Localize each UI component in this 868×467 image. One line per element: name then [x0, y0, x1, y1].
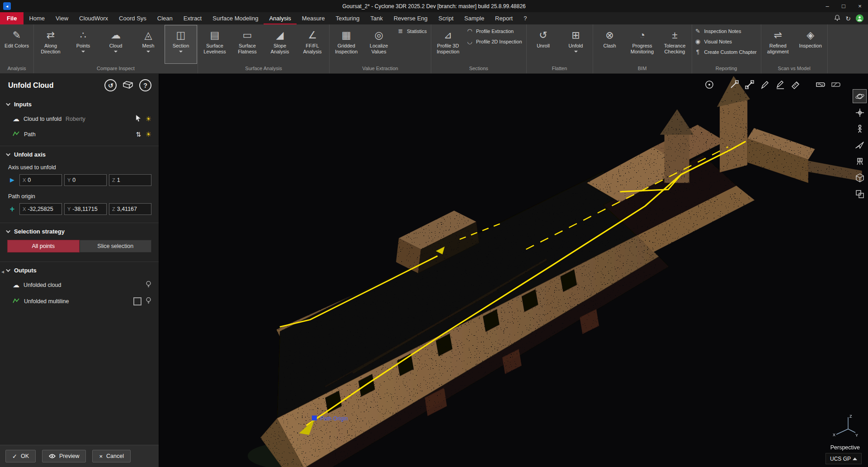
- localize-values-button[interactable]: ◎ Localize Values: [363, 25, 395, 64]
- help-button[interactable]: ?: [139, 79, 151, 91]
- bulb-icon[interactable]: [146, 281, 151, 290]
- multi-view-tool[interactable]: [853, 187, 867, 201]
- cloud-button[interactable]: ☁ Cloud: [99, 25, 132, 64]
- axis-direction-icon[interactable]: ►: [7, 176, 17, 184]
- draw-polyline-icon[interactable]: [774, 78, 786, 91]
- menu-home[interactable]: Home: [24, 12, 50, 24]
- show-colormap-icon[interactable]: [814, 78, 826, 91]
- inputs-header[interactable]: Inputs: [7, 97, 151, 111]
- first-person-tool[interactable]: [853, 122, 867, 136]
- outputs-header[interactable]: Outputs: [7, 263, 151, 277]
- export-settings-button[interactable]: [122, 80, 134, 91]
- menu-analysis[interactable]: Analysis: [264, 12, 296, 24]
- menu-sample[interactable]: Sample: [459, 12, 490, 24]
- tripod-view-tool[interactable]: [853, 154, 867, 168]
- menu-tank[interactable]: Tank: [365, 12, 388, 24]
- orbit-view-tool[interactable]: [853, 89, 867, 103]
- visibility-sun-icon[interactable]: ☀: [146, 115, 151, 123]
- surface-flatness-button[interactable]: ▭ Surface Flatness: [231, 25, 264, 64]
- fffl-analysis-button[interactable]: ∠ FF/FL Analysis: [296, 25, 329, 64]
- mesh-button[interactable]: ◬ Mesh: [132, 25, 165, 64]
- bulb-icon[interactable]: [146, 297, 151, 306]
- close-button[interactable]: ×: [852, 0, 868, 12]
- menu-measure[interactable]: Measure: [297, 12, 330, 24]
- origin-z-field[interactable]: Z: [109, 203, 151, 215]
- preview-button[interactable]: Preview: [42, 450, 86, 462]
- annotate-icon[interactable]: [759, 78, 771, 91]
- minimize-button[interactable]: –: [819, 0, 835, 12]
- maximize-button[interactable]: □: [835, 0, 852, 12]
- view-cube-tool[interactable]: [853, 171, 867, 185]
- pivot-point-icon[interactable]: [703, 78, 715, 91]
- points-button[interactable]: ∴ Points: [67, 25, 99, 64]
- unfold-button[interactable]: ⊞ Unfold: [560, 25, 592, 64]
- menu-reverse-eng[interactable]: Reverse Eng: [388, 12, 433, 24]
- visibility-sun-icon[interactable]: ☀: [146, 130, 151, 138]
- fly-through-tool[interactable]: [853, 138, 867, 152]
- edit-colors-button[interactable]: ✎ Edit Colors: [0, 25, 33, 64]
- profile-extraction-button[interactable]: ◠ Profile Extraction: [466, 28, 522, 34]
- menu-script[interactable]: Script: [433, 12, 459, 24]
- profile-3d-inspection-button[interactable]: ⊿ Profile 3D Inspection: [432, 25, 464, 64]
- refined-alignment-button[interactable]: ⇌ Refined alignment: [762, 25, 794, 64]
- axis-z-field[interactable]: Z: [109, 174, 151, 186]
- ucs-selector-button[interactable]: UCS GP: [826, 453, 862, 464]
- reverse-path-icon[interactable]: ⇅: [136, 131, 142, 138]
- axis-x-input[interactable]: [28, 177, 61, 183]
- sync-icon[interactable]: ↻: [845, 15, 851, 22]
- all-points-button[interactable]: All points: [7, 240, 80, 253]
- surface-levelness-button[interactable]: ▤ Surface Levelness: [198, 25, 231, 64]
- visual-notes-button[interactable]: ◉ Visual Notes: [694, 38, 757, 45]
- gridded-inspection-button[interactable]: ▦ Gridded Inspection: [330, 25, 363, 64]
- unfolded-multiline-checkbox[interactable]: [133, 297, 142, 305]
- ok-button[interactable]: ✓ OK: [5, 450, 36, 462]
- selection-strategy-header[interactable]: Selection strategy: [7, 224, 151, 238]
- along-direction-button[interactable]: ⇄ Along Direction: [34, 25, 67, 64]
- menu-coord-sys[interactable]: Coord Sys: [113, 12, 152, 24]
- menu-extract[interactable]: Extract: [178, 12, 207, 24]
- profile-2d-inspection-button[interactable]: ◡ Profile 2D Inspection: [466, 38, 522, 45]
- statistics-button[interactable]: ≣ Statistics: [397, 28, 427, 34]
- center-selection-tool[interactable]: [853, 105, 867, 119]
- inspect-point-icon[interactable]: [728, 78, 740, 91]
- measure-icon[interactable]: [789, 78, 802, 91]
- origin-y-field[interactable]: Y: [64, 203, 107, 215]
- notifications-bell-icon[interactable]: [834, 14, 840, 23]
- tolerance-checking-button[interactable]: ± Tolerance Checking: [659, 25, 691, 64]
- user-avatar[interactable]: [856, 14, 863, 22]
- reset-parameters-button[interactable]: ↺: [104, 79, 117, 91]
- menu-clean[interactable]: Clean: [152, 12, 178, 24]
- progress-monitoring-button[interactable]: ◔ Progress Monitoring: [626, 25, 659, 64]
- viewport-3d[interactable]: Path Origin: [159, 74, 868, 467]
- axis-y-input[interactable]: [72, 177, 106, 183]
- slice-selection-button[interactable]: Slice selection: [80, 240, 152, 253]
- origin-x-input[interactable]: [28, 206, 61, 212]
- inspect-segment-icon[interactable]: [743, 78, 755, 91]
- unfold-axis-header[interactable]: Unfold axis: [7, 147, 151, 161]
- unroll-button[interactable]: ↺ Unroll: [527, 25, 560, 64]
- axis-x-field[interactable]: X: [19, 174, 62, 186]
- axis-y-field[interactable]: Y: [64, 174, 107, 186]
- menu-file[interactable]: File: [0, 12, 24, 24]
- menu-report[interactable]: Report: [490, 12, 518, 24]
- menu-help[interactable]: ?: [518, 12, 532, 24]
- inspection-button[interactable]: ◈ Inspection: [794, 25, 827, 64]
- pick-point-icon[interactable]: +: [7, 205, 17, 214]
- pick-cursor-icon[interactable]: [135, 114, 142, 123]
- create-custom-chapter-button[interactable]: ¶ Create Custom Chapter: [694, 48, 757, 55]
- origin-z-input[interactable]: [117, 206, 151, 212]
- cancel-button[interactable]: × Cancel: [92, 450, 131, 462]
- clash-button[interactable]: ⊗ Clash: [594, 25, 626, 64]
- menu-cloudworx[interactable]: CloudWorx: [74, 12, 113, 24]
- panel-collapse-handle[interactable]: ◄: [0, 269, 5, 274]
- inspection-notes-button[interactable]: ✎ Inspection Notes: [694, 28, 757, 34]
- axis-z-input[interactable]: [117, 177, 151, 183]
- show-texture-icon[interactable]: [830, 78, 842, 91]
- menu-view[interactable]: View: [50, 12, 74, 24]
- menu-surface-modeling[interactable]: Surface Modeling: [207, 12, 264, 24]
- slope-analysis-button[interactable]: ◢ Slope Analysis: [264, 25, 296, 64]
- section-button[interactable]: ◫ Section: [165, 25, 197, 64]
- menu-texturing[interactable]: Texturing: [330, 12, 365, 24]
- origin-y-input[interactable]: [72, 206, 106, 212]
- origin-x-field[interactable]: X: [19, 203, 62, 215]
